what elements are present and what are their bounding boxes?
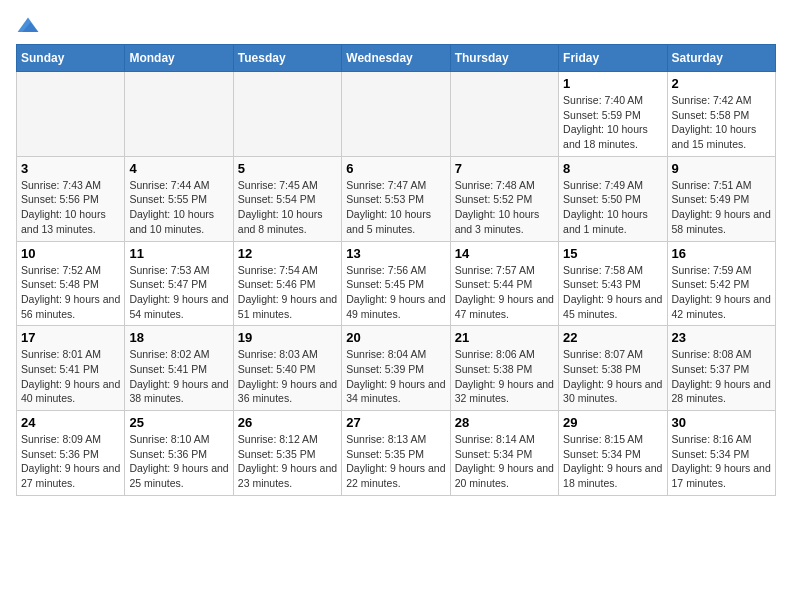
day-number: 23	[672, 330, 771, 345]
calendar-cell: 9Sunrise: 7:51 AM Sunset: 5:49 PM Daylig…	[667, 156, 775, 241]
calendar-cell: 30Sunrise: 8:16 AM Sunset: 5:34 PM Dayli…	[667, 411, 775, 496]
calendar-cell: 16Sunrise: 7:59 AM Sunset: 5:42 PM Dayli…	[667, 241, 775, 326]
calendar-cell: 5Sunrise: 7:45 AM Sunset: 5:54 PM Daylig…	[233, 156, 341, 241]
day-number: 11	[129, 246, 228, 261]
calendar-week-3: 10Sunrise: 7:52 AM Sunset: 5:48 PM Dayli…	[17, 241, 776, 326]
day-detail: Sunrise: 7:40 AM Sunset: 5:59 PM Dayligh…	[563, 93, 662, 152]
calendar-cell: 21Sunrise: 8:06 AM Sunset: 5:38 PM Dayli…	[450, 326, 558, 411]
day-number: 1	[563, 76, 662, 91]
day-detail: Sunrise: 8:06 AM Sunset: 5:38 PM Dayligh…	[455, 347, 554, 406]
calendar-cell	[450, 72, 558, 157]
calendar-cell: 18Sunrise: 8:02 AM Sunset: 5:41 PM Dayli…	[125, 326, 233, 411]
day-detail: Sunrise: 8:08 AM Sunset: 5:37 PM Dayligh…	[672, 347, 771, 406]
calendar-cell: 6Sunrise: 7:47 AM Sunset: 5:53 PM Daylig…	[342, 156, 450, 241]
day-detail: Sunrise: 7:42 AM Sunset: 5:58 PM Dayligh…	[672, 93, 771, 152]
day-detail: Sunrise: 8:15 AM Sunset: 5:34 PM Dayligh…	[563, 432, 662, 491]
calendar-cell: 26Sunrise: 8:12 AM Sunset: 5:35 PM Dayli…	[233, 411, 341, 496]
calendar-cell: 27Sunrise: 8:13 AM Sunset: 5:35 PM Dayli…	[342, 411, 450, 496]
day-number: 8	[563, 161, 662, 176]
day-number: 22	[563, 330, 662, 345]
calendar-cell: 29Sunrise: 8:15 AM Sunset: 5:34 PM Dayli…	[559, 411, 667, 496]
calendar-week-2: 3Sunrise: 7:43 AM Sunset: 5:56 PM Daylig…	[17, 156, 776, 241]
calendar-cell: 7Sunrise: 7:48 AM Sunset: 5:52 PM Daylig…	[450, 156, 558, 241]
day-detail: Sunrise: 7:51 AM Sunset: 5:49 PM Dayligh…	[672, 178, 771, 237]
day-number: 13	[346, 246, 445, 261]
day-detail: Sunrise: 7:45 AM Sunset: 5:54 PM Dayligh…	[238, 178, 337, 237]
day-detail: Sunrise: 8:10 AM Sunset: 5:36 PM Dayligh…	[129, 432, 228, 491]
calendar-cell: 23Sunrise: 8:08 AM Sunset: 5:37 PM Dayli…	[667, 326, 775, 411]
calendar-week-5: 24Sunrise: 8:09 AM Sunset: 5:36 PM Dayli…	[17, 411, 776, 496]
day-detail: Sunrise: 8:03 AM Sunset: 5:40 PM Dayligh…	[238, 347, 337, 406]
day-detail: Sunrise: 8:16 AM Sunset: 5:34 PM Dayligh…	[672, 432, 771, 491]
header-friday: Friday	[559, 45, 667, 72]
day-detail: Sunrise: 7:47 AM Sunset: 5:53 PM Dayligh…	[346, 178, 445, 237]
day-number: 19	[238, 330, 337, 345]
day-detail: Sunrise: 8:12 AM Sunset: 5:35 PM Dayligh…	[238, 432, 337, 491]
calendar-cell: 22Sunrise: 8:07 AM Sunset: 5:38 PM Dayli…	[559, 326, 667, 411]
header-thursday: Thursday	[450, 45, 558, 72]
calendar-week-1: 1Sunrise: 7:40 AM Sunset: 5:59 PM Daylig…	[17, 72, 776, 157]
header-tuesday: Tuesday	[233, 45, 341, 72]
day-detail: Sunrise: 8:04 AM Sunset: 5:39 PM Dayligh…	[346, 347, 445, 406]
day-number: 29	[563, 415, 662, 430]
page-header	[16, 16, 776, 36]
day-detail: Sunrise: 7:43 AM Sunset: 5:56 PM Dayligh…	[21, 178, 120, 237]
day-detail: Sunrise: 7:48 AM Sunset: 5:52 PM Dayligh…	[455, 178, 554, 237]
day-number: 7	[455, 161, 554, 176]
calendar-week-4: 17Sunrise: 8:01 AM Sunset: 5:41 PM Dayli…	[17, 326, 776, 411]
calendar-cell	[342, 72, 450, 157]
calendar-cell: 28Sunrise: 8:14 AM Sunset: 5:34 PM Dayli…	[450, 411, 558, 496]
header-row: Sunday Monday Tuesday Wednesday Thursday…	[17, 45, 776, 72]
day-number: 24	[21, 415, 120, 430]
day-detail: Sunrise: 8:02 AM Sunset: 5:41 PM Dayligh…	[129, 347, 228, 406]
calendar-cell: 4Sunrise: 7:44 AM Sunset: 5:55 PM Daylig…	[125, 156, 233, 241]
day-number: 14	[455, 246, 554, 261]
day-number: 10	[21, 246, 120, 261]
calendar-cell: 12Sunrise: 7:54 AM Sunset: 5:46 PM Dayli…	[233, 241, 341, 326]
header-monday: Monday	[125, 45, 233, 72]
day-number: 15	[563, 246, 662, 261]
calendar-cell: 25Sunrise: 8:10 AM Sunset: 5:36 PM Dayli…	[125, 411, 233, 496]
calendar-header: Sunday Monday Tuesday Wednesday Thursday…	[17, 45, 776, 72]
day-detail: Sunrise: 8:14 AM Sunset: 5:34 PM Dayligh…	[455, 432, 554, 491]
calendar-cell	[17, 72, 125, 157]
day-number: 27	[346, 415, 445, 430]
day-number: 9	[672, 161, 771, 176]
day-number: 3	[21, 161, 120, 176]
day-detail: Sunrise: 7:58 AM Sunset: 5:43 PM Dayligh…	[563, 263, 662, 322]
calendar-cell: 3Sunrise: 7:43 AM Sunset: 5:56 PM Daylig…	[17, 156, 125, 241]
day-number: 21	[455, 330, 554, 345]
calendar-cell: 17Sunrise: 8:01 AM Sunset: 5:41 PM Dayli…	[17, 326, 125, 411]
calendar-cell	[125, 72, 233, 157]
day-detail: Sunrise: 7:57 AM Sunset: 5:44 PM Dayligh…	[455, 263, 554, 322]
header-sunday: Sunday	[17, 45, 125, 72]
day-detail: Sunrise: 8:13 AM Sunset: 5:35 PM Dayligh…	[346, 432, 445, 491]
day-number: 6	[346, 161, 445, 176]
header-wednesday: Wednesday	[342, 45, 450, 72]
calendar-cell: 20Sunrise: 8:04 AM Sunset: 5:39 PM Dayli…	[342, 326, 450, 411]
day-number: 18	[129, 330, 228, 345]
logo	[16, 16, 44, 36]
day-number: 16	[672, 246, 771, 261]
day-detail: Sunrise: 7:52 AM Sunset: 5:48 PM Dayligh…	[21, 263, 120, 322]
day-number: 4	[129, 161, 228, 176]
logo-icon	[16, 16, 40, 36]
day-number: 12	[238, 246, 337, 261]
calendar-table: Sunday Monday Tuesday Wednesday Thursday…	[16, 44, 776, 496]
calendar-cell	[233, 72, 341, 157]
calendar-cell: 14Sunrise: 7:57 AM Sunset: 5:44 PM Dayli…	[450, 241, 558, 326]
calendar-body: 1Sunrise: 7:40 AM Sunset: 5:59 PM Daylig…	[17, 72, 776, 496]
day-detail: Sunrise: 7:54 AM Sunset: 5:46 PM Dayligh…	[238, 263, 337, 322]
calendar-cell: 24Sunrise: 8:09 AM Sunset: 5:36 PM Dayli…	[17, 411, 125, 496]
calendar-cell: 8Sunrise: 7:49 AM Sunset: 5:50 PM Daylig…	[559, 156, 667, 241]
day-number: 30	[672, 415, 771, 430]
calendar-cell: 1Sunrise: 7:40 AM Sunset: 5:59 PM Daylig…	[559, 72, 667, 157]
calendar-cell: 13Sunrise: 7:56 AM Sunset: 5:45 PM Dayli…	[342, 241, 450, 326]
day-detail: Sunrise: 8:01 AM Sunset: 5:41 PM Dayligh…	[21, 347, 120, 406]
day-number: 5	[238, 161, 337, 176]
day-number: 25	[129, 415, 228, 430]
calendar-cell: 19Sunrise: 8:03 AM Sunset: 5:40 PM Dayli…	[233, 326, 341, 411]
day-detail: Sunrise: 7:44 AM Sunset: 5:55 PM Dayligh…	[129, 178, 228, 237]
header-saturday: Saturday	[667, 45, 775, 72]
day-detail: Sunrise: 7:59 AM Sunset: 5:42 PM Dayligh…	[672, 263, 771, 322]
